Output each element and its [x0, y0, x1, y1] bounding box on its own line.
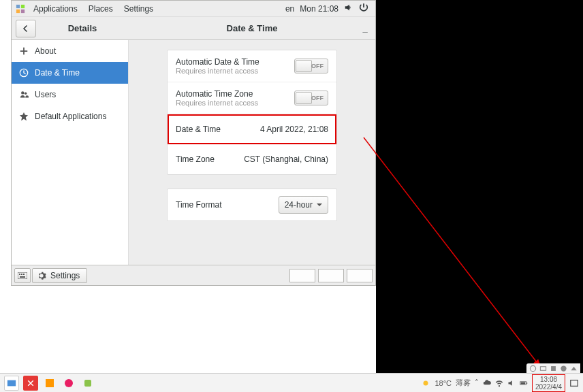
row-time-format: Time Format 24-hour	[168, 189, 336, 220]
row-time-zone[interactable]: Time Zone CST (Shanghai, China)	[168, 144, 336, 174]
tray-battery-icon[interactable]	[520, 379, 528, 387]
host-taskbar: 18°C 薄雾 ˄ 13:08 2022/4/4	[0, 373, 583, 392]
users-icon	[18, 89, 29, 100]
plus-icon	[18, 46, 29, 56]
svg-rect-16	[7, 380, 16, 386]
svg-point-18	[65, 379, 73, 387]
svg-rect-11	[20, 276, 25, 278]
svg-rect-7	[18, 272, 27, 279]
date-time-value: 4 April 2022, 21:08	[260, 125, 328, 134]
sidebar-item-label: Users	[35, 90, 56, 99]
bottom-panel-button-2[interactable]	[318, 269, 344, 282]
row-auto-date-time: Automatic Date & Time Requires internet …	[168, 50, 336, 82]
tray-chevron-icon[interactable]: ˄	[475, 378, 479, 387]
svg-point-13	[530, 365, 535, 371]
tray-icon[interactable]	[529, 365, 537, 372]
svg-rect-22	[526, 382, 528, 384]
back-button[interactable]	[16, 20, 36, 37]
sidebar-item-about[interactable]: About	[12, 40, 128, 62]
menu-places[interactable]: Places	[83, 4, 119, 14]
row-label: Automatic Time Zone	[176, 89, 294, 99]
taskbar-icon-app1[interactable]	[23, 376, 38, 391]
svg-point-20	[424, 380, 428, 385]
svg-rect-17	[46, 379, 54, 387]
row-date-time[interactable]: Date & Time 4 April 2022, 21:08	[168, 114, 336, 144]
top-menu-bar: Applications Places Settings en Mon 21:0…	[12, 1, 375, 17]
svg-rect-1	[21, 4, 25, 7]
row-label: Date & Time	[176, 125, 260, 134]
power-icon[interactable]	[359, 3, 368, 14]
content-area: About Date & Time Users Default Applicat…	[12, 40, 375, 265]
tray-icon[interactable]	[539, 365, 547, 372]
main-panel: Automatic Date & Time Requires internet …	[129, 40, 375, 265]
combo-time-format[interactable]: 24-hour	[279, 196, 328, 214]
svg-rect-24	[571, 380, 578, 386]
row-label: Automatic Date & Time	[176, 57, 294, 67]
weather-desc: 薄雾	[456, 378, 471, 388]
svg-rect-8	[19, 274, 20, 275]
keyboard-button[interactable]	[14, 268, 31, 283]
weather-temp: 18°C	[435, 379, 452, 387]
taskbar-icon-app3[interactable]	[61, 376, 76, 391]
settings-window: Applications Places Settings en Mon 21:0…	[11, 0, 376, 286]
bottom-bar: Settings	[12, 265, 375, 285]
svg-rect-3	[21, 9, 25, 12]
tray-icon[interactable]	[560, 365, 567, 372]
volume-icon[interactable]	[344, 3, 353, 14]
svg-rect-10	[23, 274, 25, 275]
svg-rect-14	[540, 366, 546, 370]
taskbar-icon-vm[interactable]	[4, 376, 19, 391]
switch-auto-date-time[interactable]: OFF	[294, 59, 328, 74]
sidebar-item-label: Date & Time	[35, 68, 80, 78]
desktop-background	[376, 0, 583, 392]
settings-bottom-button[interactable]: Settings	[32, 268, 87, 283]
notification-icon[interactable]	[569, 378, 579, 388]
row-sublabel: Requires internet access	[176, 99, 294, 107]
settings-group-auto: Automatic Date & Time Requires internet …	[167, 50, 337, 175]
svg-point-6	[25, 93, 27, 95]
svg-rect-2	[16, 9, 20, 12]
sidebar: About Date & Time Users Default Applicat…	[12, 40, 129, 265]
input-language-indicator[interactable]: en	[285, 4, 294, 14]
clock-icon	[18, 67, 29, 78]
svg-rect-23	[521, 382, 526, 384]
tray-icon[interactable]	[570, 365, 578, 372]
header-title-right: Date & Time	[227, 23, 278, 33]
sidebar-item-date-time[interactable]: Date & Time	[12, 62, 128, 84]
menu-applications[interactable]: Applications	[28, 4, 83, 14]
header-bar: Details Date & Time _	[12, 17, 375, 40]
weather-icon	[421, 378, 430, 388]
row-label: Time Format	[176, 200, 279, 210]
taskbar-icon-app2[interactable]	[42, 376, 57, 391]
host-tray-upper	[526, 363, 580, 373]
time-zone-value: CST (Shanghai, China)	[244, 154, 328, 164]
app-menu-icon	[16, 4, 25, 14]
menu-settings[interactable]: Settings	[119, 4, 159, 14]
host-clock[interactable]: 13:08 2022/4/4	[532, 374, 565, 392]
svg-rect-19	[84, 380, 91, 387]
row-label: Time Zone	[176, 154, 244, 164]
header-title-left: Details	[36, 23, 129, 33]
svg-rect-15	[551, 366, 556, 371]
svg-rect-9	[21, 274, 22, 275]
bottom-panel-button-1[interactable]	[289, 269, 315, 282]
minimize-button[interactable]: _	[359, 22, 371, 35]
settings-group-format: Time Format 24-hour	[167, 189, 337, 221]
bottom-panel-button-3[interactable]	[347, 269, 373, 282]
svg-rect-0	[16, 4, 20, 7]
sidebar-item-users[interactable]: Users	[12, 84, 128, 105]
tray-cloud-icon[interactable]	[483, 379, 491, 387]
row-auto-time-zone: Automatic Time Zone Requires internet ac…	[168, 82, 336, 114]
tray-speaker-icon[interactable]	[507, 379, 516, 387]
tray-wifi-icon[interactable]	[495, 379, 503, 387]
taskbar-icon-app4[interactable]	[80, 376, 95, 391]
tray-icon[interactable]	[550, 365, 557, 372]
row-sublabel: Requires internet access	[176, 67, 294, 75]
svg-point-5	[21, 91, 24, 94]
sidebar-item-label: About	[35, 46, 56, 56]
switch-auto-time-zone[interactable]: OFF	[294, 91, 328, 105]
topbar-clock[interactable]: Mon 21:08	[300, 4, 338, 14]
star-icon	[18, 111, 29, 122]
sidebar-item-default-apps[interactable]: Default Applications	[12, 105, 128, 127]
sidebar-item-label: Default Applications	[35, 112, 106, 121]
